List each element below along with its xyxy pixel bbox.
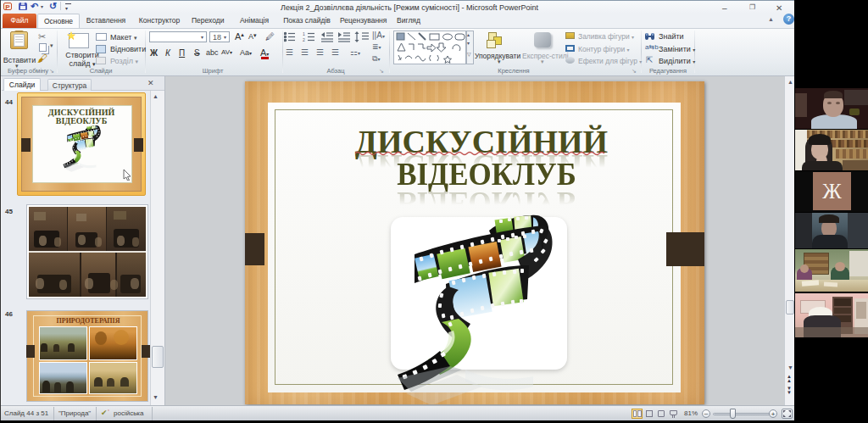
svg-text:2: 2 — [303, 37, 305, 42]
svg-text:1: 1 — [303, 31, 305, 36]
